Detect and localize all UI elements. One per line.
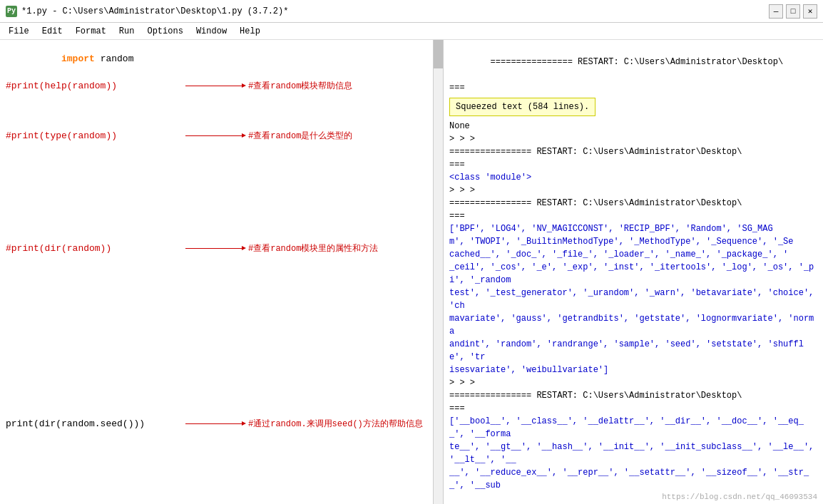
shell-restart-3: ================ RESTART: C:\Users\Admin… [449,197,817,210]
shell-list-10: te__', '__gt__', '__hash__', '__init__',… [449,441,817,466]
app-icon: Py [6,6,17,17]
menu-help[interactable]: Help [234,25,266,38]
arrow-2 [185,135,242,136]
close-button[interactable]: ✕ [803,4,817,19]
arrow-3 [185,248,242,249]
menu-run[interactable]: Run [113,25,140,38]
code-text-10: #print(dir(random)) [6,243,111,254]
editor-scrollbar[interactable] [433,40,443,504]
shell-output-class: <class 'module'> [449,171,817,184]
maximize-button[interactable]: □ [786,4,800,19]
code-line-2-wrapper: #print(help(random)) #查看random模块帮助信息 [0,78,433,93]
annotation-text-2: #查看random是什么类型的 [248,130,352,142]
annotation-text-1: #查看random模块帮助信息 [248,80,352,92]
arrow-4 [185,423,242,424]
code-text-5: #print(type(random)) [6,130,117,141]
shell-prompt-2[interactable]: > > > [449,184,817,197]
shell-list-7: andint', 'random', 'randrange', 'sample'… [449,338,817,364]
empty-line-13 [0,272,433,287]
empty-line-17 [0,334,433,350]
empty-line-6 [0,143,433,159]
menu-edit[interactable]: Edit [36,25,68,38]
shell-restart-4: ================ RESTART: C:\Users\Admin… [449,389,817,402]
window-title: *1.py - C:\Users\Administrator\Desktop\1… [21,6,288,16]
editor-area[interactable]: import random #print(help(random)) #查看ra… [0,40,443,504]
code-line-15-wrapper: print(dir(random.seed())) #通过random.来调用s… [0,416,433,431]
empty-line-19 [0,366,433,381]
empty-line-11 [0,222,433,237]
annotation-text-4: #通过random.来调用seed()方法的帮助信息 [248,418,423,430]
watermark: https://blog.csdn.net/qq_46093534 [662,493,817,501]
shell-equals-2: === [449,158,817,171]
menu-options[interactable]: Options [141,25,188,38]
empty-line-18 [0,350,433,366]
menu-window[interactable]: Window [190,25,232,38]
main-content: import random #print(help(random)) #查看ra… [0,40,823,504]
shell-restart-2: ================ RESTART: C:\Users\Admin… [449,145,817,158]
code-line-1: import random [0,43,433,75]
code-text-15: print(dir(random.seed())) [6,418,145,429]
shell-content: ================ RESTART: C:\Users\Admin… [444,40,823,490]
shell-panel[interactable]: ================ RESTART: C:\Users\Admin… [444,40,823,504]
annotation-3: #查看random模块里的属性和方法 [185,242,378,254]
empty-line-9 [0,190,433,206]
annotation-text-3: #查看random模块里的属性和方法 [248,242,378,254]
annotation-2: #查看random是什么类型的 [185,130,352,142]
shell-equals-3: === [449,210,817,222]
annotation-4: #通过random.来调用seed()方法的帮助信息 [185,418,423,430]
editor-panel[interactable]: import random #print(help(random)) #查看ra… [0,40,444,504]
menu-format[interactable]: Format [70,25,112,38]
code-text-2: #print(help(random)) [6,81,117,91]
shell-list-6: mavariate', 'gauss', 'getrandbits', 'get… [449,312,817,338]
menubar: File Edit Format Run Options Window Help [0,23,823,40]
scrollbar-thumb[interactable] [434,40,443,68]
code-text-1: import random [6,43,133,75]
annotation-1: #查看random模块帮助信息 [185,80,352,92]
empty-line-21 [0,397,433,413]
empty-line-7 [0,159,433,175]
window-controls: — □ ✕ [769,4,817,19]
empty-line-20 [0,381,433,397]
shell-line-restart-1: ================ RESTART: C:\Users\Admin… [449,43,817,81]
menu-file[interactable]: File [3,25,35,38]
shell-list-9: ['__bool__', '__class__', '__delattr__',… [449,415,817,441]
titlebar-left: Py *1.py - C:\Users\Administrator\Deskto… [6,6,288,17]
code-line-10-wrapper: #print(dir(random)) #查看random模块里的属性和方法 [0,240,433,256]
shell-equals-4: === [449,402,817,415]
shell-line-equals-1: === [449,81,817,94]
minimize-button[interactable]: — [769,4,783,19]
shell-list-8: isesvariate', 'weibullvariate'] [449,364,817,376]
empty-line-16 [0,319,433,334]
shell-list-1: ['BPF', 'LOG4', 'NV_MAGICCONST', 'RECIP_… [449,222,817,235]
shell-list-4: _ceil', '_cos', '_e', '_exp', '_inst', '… [449,261,817,287]
empty-line-8 [0,175,433,190]
empty-line-3 [0,93,433,109]
shell-list-11: __', '__reduce_ex__', '__repr__', '__set… [449,466,817,490]
shell-output-none: None [449,120,817,133]
empty-line-4 [0,109,433,125]
empty-line-12 [0,256,433,272]
empty-line-14 [0,287,433,303]
shell-prompt-1[interactable]: > > > [449,133,817,145]
shell-list-3: cached__', '_doc_', '_file_', '_loader_'… [449,248,817,261]
titlebar: Py *1.py - C:\Users\Administrator\Deskto… [0,0,823,23]
shell-list-2: m', 'TWOPI', '_BuiltinMethodType', '_Met… [449,235,817,248]
code-line-5-wrapper: #print(type(random)) #查看random是什么类型的 [0,128,433,143]
shell-list-5: test', '_test_generator', '_urandom', '_… [449,287,817,312]
arrow-1 [185,86,242,86]
squeezed-text-label[interactable]: Squeezed text (584 lines). [449,98,595,116]
squeezed-tooltip[interactable]: Squeezed text (584 lines). [449,96,817,118]
empty-line-15 [0,303,433,319]
empty-line-10 [0,206,433,222]
shell-prompt-3[interactable]: > > > [449,376,817,389]
